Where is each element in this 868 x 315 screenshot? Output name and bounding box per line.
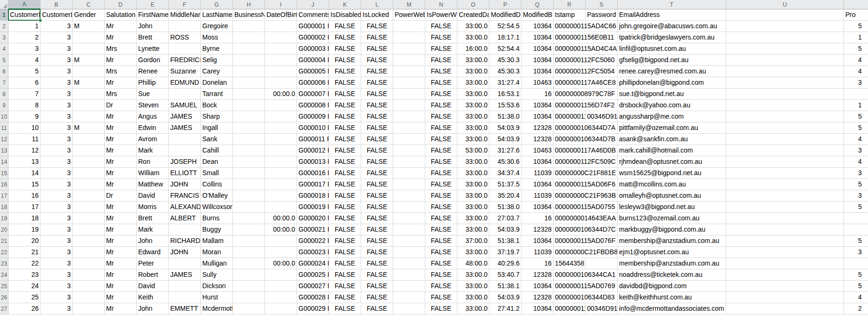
cell-L4[interactable]: FALSE	[361, 43, 393, 55]
cell-F10[interactable]: JAMES	[169, 111, 201, 122]
cell-G7[interactable]: Donelan	[201, 77, 233, 89]
column-letter-M[interactable]: M	[393, 0, 425, 9]
cell-K14[interactable]: FALSE	[329, 156, 361, 168]
cell-M20[interactable]	[393, 224, 425, 235]
cell-V6[interactable]: 4	[844, 66, 868, 77]
header-cell-U[interactable]	[726, 9, 844, 21]
cell-K15[interactable]: FALSE	[329, 168, 361, 179]
cell-G26[interactable]: Hurst	[201, 292, 233, 303]
cell-R6[interactable]: 0000000112FC5054	[554, 66, 586, 77]
cell-O27[interactable]: 33:00.0	[457, 303, 489, 315]
cell-Q2[interactable]: 10364	[521, 21, 554, 32]
cell-I24[interactable]	[265, 269, 297, 281]
cell-I21[interactable]	[265, 235, 297, 247]
cell-I10[interactable]	[265, 111, 297, 122]
cell-U25[interactable]	[726, 281, 844, 292]
cell-E10[interactable]: Angus	[137, 111, 169, 122]
cell-M15[interactable]	[393, 168, 425, 179]
row-number-21[interactable]: 21	[0, 235, 8, 247]
cell-Q25[interactable]: 10364	[521, 281, 554, 292]
header-cell-pro[interactable]: Pro	[844, 9, 868, 21]
row-number-26[interactable]: 26	[0, 292, 8, 303]
cell-G11[interactable]: Ingall	[201, 122, 233, 134]
cell-H3[interactable]	[233, 32, 265, 43]
column-letter-E[interactable]: E	[137, 0, 169, 9]
cell-M22[interactable]	[393, 247, 425, 258]
cell-P22[interactable]: 37:19.7	[489, 247, 521, 258]
cell-B23[interactable]: 3	[41, 258, 73, 269]
cell-S6[interactable]	[586, 66, 618, 77]
cell-U14[interactable]	[726, 156, 844, 168]
cell-L21[interactable]: FALSE	[361, 235, 393, 247]
cell-F24[interactable]: JAMES	[169, 269, 201, 281]
cell-A10[interactable]: 9	[8, 111, 41, 122]
cell-E5[interactable]: Gordon	[137, 55, 169, 66]
cell-J27[interactable]: G000029 R	[297, 303, 329, 315]
cell-U22[interactable]	[726, 247, 844, 258]
cell-C18[interactable]	[73, 202, 105, 213]
cell-J8[interactable]: G000007 R	[297, 89, 329, 100]
cell-L8[interactable]: FALSE	[361, 89, 393, 100]
cell-B27[interactable]: 3	[41, 303, 73, 315]
cell-O26[interactable]: 33:00.0	[457, 292, 489, 303]
cell-U18[interactable]	[726, 202, 844, 213]
cell-P16[interactable]: 51:37.5	[489, 179, 521, 190]
cell-E6[interactable]: Renee	[137, 66, 169, 77]
cell-N7[interactable]: FALSE	[425, 77, 457, 89]
cell-A11[interactable]: 10	[8, 122, 41, 134]
cell-O6[interactable]: 33:00.0	[457, 66, 489, 77]
cell-V14[interactable]: 4	[844, 156, 868, 168]
cell-L12[interactable]: FALSE	[361, 134, 393, 145]
row-number-10[interactable]: 10	[0, 111, 8, 122]
cell-M25[interactable]	[393, 281, 425, 292]
row-number-2[interactable]: 2	[0, 21, 8, 32]
cell-I16[interactable]	[265, 179, 297, 190]
cell-Q18[interactable]: 10364	[521, 202, 554, 213]
cell-N10[interactable]: FALSE	[425, 111, 457, 122]
row-number-9[interactable]: 9	[0, 100, 8, 111]
cell-N27[interactable]: FALSE	[425, 303, 457, 315]
cell-B8[interactable]: 3	[41, 89, 73, 100]
cell-T18[interactable]: lesleyw3@bigpond.net.au	[618, 202, 726, 213]
cell-S19[interactable]	[586, 213, 618, 224]
cell-F11[interactable]: JAMES	[169, 122, 201, 134]
cell-K10[interactable]: FALSE	[329, 111, 361, 122]
cell-Q13[interactable]: 10463	[521, 145, 554, 156]
cell-B24[interactable]: 3	[41, 269, 73, 281]
cell-H10[interactable]	[233, 111, 265, 122]
cell-K12[interactable]: FALSE	[329, 134, 361, 145]
cell-N25[interactable]: FALSE	[425, 281, 457, 292]
cell-V5[interactable]: 4	[844, 55, 868, 66]
cell-B3[interactable]: 3	[41, 32, 73, 43]
column-letter-K[interactable]: K	[329, 0, 361, 9]
cell-L6[interactable]: FALSE	[361, 66, 393, 77]
cell-E18[interactable]: Morris	[137, 202, 169, 213]
cell-I9[interactable]	[265, 100, 297, 111]
cell-A7[interactable]: 6	[8, 77, 41, 89]
cell-D17[interactable]: Dr	[105, 190, 137, 202]
cell-P13[interactable]: 31:27.6	[489, 145, 521, 156]
cell-F18[interactable]: ALEXANDE	[169, 202, 201, 213]
cell-H16[interactable]	[233, 179, 265, 190]
cell-T11[interactable]: pittfamily@ozemail.com.au	[618, 122, 726, 134]
cell-F13[interactable]	[169, 145, 201, 156]
cell-L20[interactable]: FALSE	[361, 224, 393, 235]
cell-K2[interactable]: FALSE	[329, 21, 361, 32]
cell-S7[interactable]	[586, 77, 618, 89]
cell-M17[interactable]	[393, 190, 425, 202]
column-letter-S[interactable]: S	[586, 0, 618, 9]
cell-R7[interactable]: 0000000117A46CE8	[554, 77, 586, 89]
cell-N14[interactable]: FALSE	[425, 156, 457, 168]
cell-D4[interactable]: Mrs	[105, 43, 137, 55]
cell-C21[interactable]	[73, 235, 105, 247]
cell-A24[interactable]: 23	[8, 269, 41, 281]
cell-U3[interactable]	[726, 32, 844, 43]
cell-M26[interactable]	[393, 292, 425, 303]
cell-V23[interactable]	[844, 258, 868, 269]
cell-N21[interactable]: FALSE	[425, 235, 457, 247]
cell-G22[interactable]: Moran	[201, 247, 233, 258]
cell-O25[interactable]: 33:00.0	[457, 281, 489, 292]
cell-R2[interactable]: 0000000115AD4C66	[554, 21, 586, 32]
cell-E3[interactable]: Brett	[137, 32, 169, 43]
header-cell-H[interactable]: BusinessNa	[233, 9, 265, 21]
